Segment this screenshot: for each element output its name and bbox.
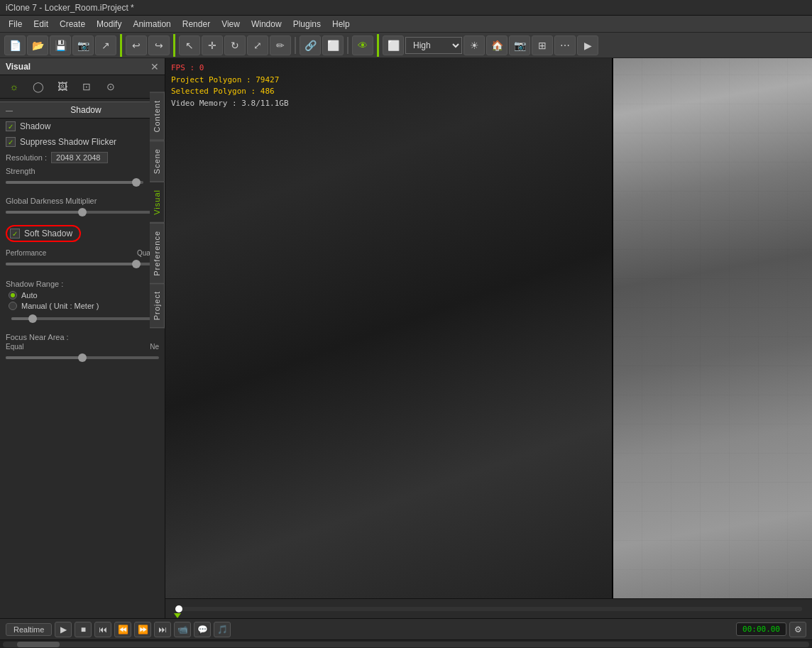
scrollbar-track[interactable] bbox=[3, 642, 809, 647]
soft-shadow-checkbox[interactable] bbox=[10, 229, 20, 238]
resolution-value[interactable]: 2048 X 2048 bbox=[51, 152, 108, 163]
perf-quality-slider[interactable] bbox=[6, 258, 159, 270]
title-text: iClone 7 - Locker_Room.iProject * bbox=[6, 3, 134, 13]
menu-animation[interactable]: Animation bbox=[127, 18, 176, 31]
link-button[interactable]: 🔗 bbox=[300, 35, 321, 55]
shadow-checkbox[interactable] bbox=[6, 121, 16, 131]
side-tab-preference[interactable]: Preference bbox=[150, 223, 165, 284]
redo-button[interactable]: ↪ bbox=[148, 35, 170, 55]
shadow-label: Shadow bbox=[20, 121, 50, 131]
shadow-control-row: Shadow bbox=[0, 119, 165, 134]
icon-tab-settings[interactable]: ⊙ bbox=[101, 78, 121, 95]
timeline-bar[interactable] bbox=[175, 607, 802, 611]
save-button[interactable]: 💾 bbox=[50, 35, 71, 55]
forward-button[interactable]: ⏩ bbox=[134, 622, 151, 637]
rotate-button[interactable]: ↻ bbox=[224, 35, 246, 55]
visual-title: Visual bbox=[6, 62, 31, 72]
paint-button[interactable]: ✏ bbox=[270, 35, 291, 55]
quality-dropdown[interactable]: High bbox=[405, 37, 462, 54]
side-tab-project[interactable]: Project bbox=[150, 283, 165, 328]
record-video-btn[interactable]: 📹 bbox=[174, 622, 191, 637]
title-bar: iClone 7 - Locker_Room.iProject * bbox=[0, 0, 812, 16]
scale-button[interactable]: ⤢ bbox=[247, 35, 268, 55]
eye-button[interactable]: 👁 bbox=[352, 35, 373, 55]
undo-button[interactable]: ↩ bbox=[126, 35, 147, 55]
shadow-section-header[interactable]: — Shadow bbox=[0, 101, 165, 119]
camera-btn[interactable]: 📷 bbox=[509, 35, 530, 55]
strength-label: Strength bbox=[6, 167, 143, 175]
select-button[interactable]: ↖ bbox=[179, 35, 200, 55]
resolution-row: Resolution : 2048 X 2048 bbox=[0, 150, 165, 165]
menu-edit[interactable]: Edit bbox=[28, 18, 54, 31]
focus-near-slider[interactable] bbox=[6, 352, 159, 363]
icon-tab-sun[interactable]: ☼ bbox=[4, 78, 24, 95]
stop-button[interactable]: ■ bbox=[75, 622, 92, 637]
viewport-btn[interactable]: ⬜ bbox=[383, 35, 404, 55]
near-label: Ne bbox=[150, 343, 159, 351]
timeline-thumb[interactable] bbox=[175, 605, 182, 613]
move-button[interactable]: ✛ bbox=[202, 35, 223, 55]
timecode-display: 00:00.00 bbox=[736, 622, 786, 636]
sun-icon-btn[interactable]: ☀ bbox=[463, 35, 485, 55]
suppress-flicker-checkbox[interactable] bbox=[6, 137, 16, 147]
manual-radio[interactable] bbox=[9, 302, 17, 310]
icon-tab-folder[interactable]: ⊡ bbox=[77, 78, 97, 95]
capture-button[interactable]: 📷 bbox=[72, 35, 94, 55]
import-button[interactable]: ↗ bbox=[95, 35, 116, 55]
icon-tab-image[interactable]: 🖼 bbox=[53, 78, 72, 95]
toolbar-separator-3 bbox=[295, 37, 296, 54]
auto-radio[interactable] bbox=[9, 291, 17, 300]
icon-tabs: ☼ ◯ 🖼 ⊡ ⊙ bbox=[0, 75, 165, 99]
auto-radio-row: Auto bbox=[6, 291, 159, 300]
global-darkness-row: Global Darkness Multiplier bbox=[0, 195, 165, 219]
more-btn[interactable]: ⋯ bbox=[554, 35, 576, 55]
strength-slider[interactable] bbox=[6, 177, 143, 188]
close-visual-button[interactable]: ✕ bbox=[150, 61, 159, 72]
menu-render[interactable]: Render bbox=[177, 18, 216, 31]
suppress-flicker-row: Suppress Shadow Flicker bbox=[0, 134, 165, 150]
group-button[interactable]: ⬜ bbox=[322, 35, 344, 55]
caption-btn[interactable]: 💬 bbox=[194, 622, 211, 637]
manual-radio-row: Manual ( Unit : Meter ) bbox=[6, 302, 159, 310]
shadow-range-title: Shadow Range : bbox=[6, 280, 159, 288]
side-tab-visual[interactable]: Visual bbox=[150, 182, 165, 223]
scrollbar-thumb[interactable] bbox=[17, 642, 60, 647]
manual-range-slider[interactable] bbox=[6, 313, 159, 324]
settings-transport-btn[interactable]: ⚙ bbox=[789, 622, 806, 637]
menu-view[interactable]: View bbox=[216, 18, 246, 31]
resolution-label: Resolution : bbox=[6, 153, 47, 162]
side-tab-content[interactable]: Content bbox=[150, 92, 165, 141]
viewport-right[interactable] bbox=[613, 58, 812, 598]
timeline-triangle bbox=[174, 613, 181, 618]
next-button[interactable]: ⏭ bbox=[154, 622, 171, 637]
global-darkness-slider[interactable] bbox=[6, 207, 159, 218]
menu-file[interactable]: File bbox=[3, 18, 28, 31]
toolbar-separator-1 bbox=[120, 34, 122, 57]
soft-shadow-highlight: Soft Shadow bbox=[6, 225, 81, 242]
side-tab-scene[interactable]: Scene bbox=[150, 141, 165, 182]
audio-btn[interactable]: 🎵 bbox=[214, 622, 231, 637]
play-button[interactable]: ▶ bbox=[55, 622, 72, 637]
equal-label: Equal bbox=[6, 343, 24, 351]
rewind-button[interactable]: ⏪ bbox=[114, 622, 131, 637]
menu-bar: File Edit Create Modify Animation Render… bbox=[0, 16, 812, 33]
grid-btn[interactable]: ⊞ bbox=[532, 35, 553, 55]
viewport-right-overlay bbox=[613, 58, 812, 598]
menu-window[interactable]: Window bbox=[246, 18, 287, 31]
open-button[interactable]: 📂 bbox=[27, 35, 48, 55]
extra-btn[interactable]: ▶ bbox=[577, 35, 598, 55]
realtime-button[interactable]: Realtime bbox=[6, 623, 52, 636]
home-btn[interactable]: 🏠 bbox=[486, 35, 508, 55]
viewport-left[interactable]: FPS : 0 Project Polygon : 79427 Selected… bbox=[165, 58, 613, 598]
strength-slider-row: Strength Bia bbox=[0, 165, 165, 190]
prev-button[interactable]: ⏮ bbox=[94, 622, 111, 637]
menu-create[interactable]: Create bbox=[54, 18, 91, 31]
icon-tab-search[interactable]: ◯ bbox=[28, 78, 48, 95]
menu-plugins[interactable]: Plugins bbox=[287, 18, 327, 31]
new-button[interactable]: 📄 bbox=[4, 35, 26, 55]
performance-label: Performance bbox=[6, 249, 46, 257]
shadow-header-collapse[interactable]: — bbox=[6, 106, 13, 114]
menu-help[interactable]: Help bbox=[327, 18, 356, 31]
menu-modify[interactable]: Modify bbox=[91, 18, 127, 31]
viewport-area: FPS : 0 Project Polygon : 79427 Selected… bbox=[165, 58, 812, 618]
